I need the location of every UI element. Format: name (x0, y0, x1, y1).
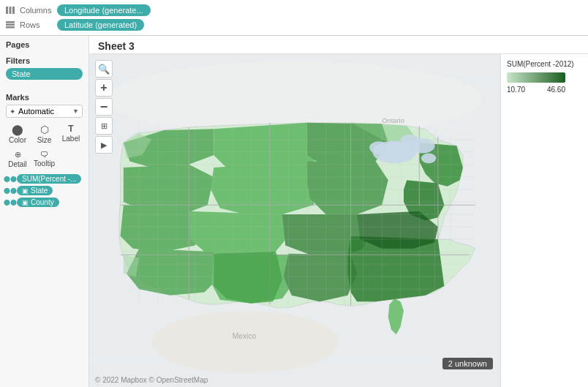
svg-rect-0 (6, 7, 8, 14)
legend-gradient (507, 72, 565, 83)
marks-controls-grid: ⬤ Color ⬡ Size T Label ⊕ Detail 🗨 Too (6, 122, 83, 170)
svg-text:Ontario: Ontario (382, 117, 404, 124)
tooltip-btn[interactable]: 🗨 Tooltip (32, 149, 56, 170)
us-map-svg: Ontario Mexico (89, 54, 500, 387)
color-icon: ⬤ (12, 124, 23, 135)
svg-point-47 (421, 154, 436, 164)
map-footer: © 2022 Mapbox © OpenStreetMap (95, 376, 208, 384)
legend-values: 10.70 46.60 (507, 86, 565, 94)
color-btn[interactable]: ⬤ Color (6, 122, 29, 146)
label-icon: T (68, 124, 73, 134)
svg-rect-2 (12, 7, 15, 14)
rows-row: Rows Latitude (generated) (6, 18, 582, 32)
marks-section: Marks ✦ Automatic ▼ ⬤ Color ⬡ Size T Lab… (6, 89, 83, 209)
county-label: County (31, 198, 54, 206)
legend-max-value: 46.60 (547, 86, 565, 94)
state-detail-icon: ⬤⬤ (6, 187, 15, 195)
map-and-legend: 🔍 + − ⊞ ▶ Ontario (89, 54, 588, 387)
zoom-out-btn[interactable]: − (95, 98, 113, 116)
sum-percent-label: SUM(Percent -... (22, 175, 76, 183)
svg-rect-4 (6, 24, 15, 26)
main-area: Pages Filters State Marks ✦ Automatic ▼ … (0, 36, 588, 387)
zoom-in-btn[interactable]: + (95, 79, 113, 97)
unknown-badge: 2 unknown (442, 358, 493, 369)
map-container[interactable]: 🔍 + − ⊞ ▶ Ontario (89, 54, 500, 387)
search-tool-btn[interactable]: 🔍 (95, 60, 113, 78)
size-label: Size (37, 136, 51, 144)
state-label: State (31, 187, 48, 195)
marks-detail-sum: ⬤⬤ SUM(Percent -... (6, 174, 83, 184)
marks-type-dropdown[interactable]: ✦ Automatic ▼ (6, 105, 83, 118)
tooltip-icon: 🗨 (40, 150, 48, 159)
size-btn[interactable]: ⬡ Size (32, 122, 56, 146)
detail-btn[interactable]: ⊕ Detail (6, 149, 29, 170)
sheet-header: Sheet 3 (89, 36, 588, 54)
filter-state-pill[interactable]: State (6, 68, 83, 80)
label-btn[interactable]: T Label (59, 122, 83, 146)
marks-type-icon: ✦ (10, 108, 15, 116)
color-label: Color (9, 136, 26, 144)
marks-type-label: Automatic (18, 107, 54, 116)
county-pill[interactable]: ▣ County (17, 198, 59, 207)
svg-point-46 (369, 141, 388, 154)
select-tool-btn[interactable]: ⊞ (95, 117, 113, 135)
detail-label: Detail (8, 160, 27, 168)
marks-section-title: Marks (6, 93, 83, 102)
dropdown-chevron-icon: ▼ (72, 108, 79, 115)
sum-percent-pill[interactable]: SUM(Percent -... (17, 174, 81, 184)
pages-label: Pages (6, 40, 83, 49)
columns-row: Columns Longitude (generate... (6, 3, 582, 18)
columns-label: Columns (6, 6, 57, 15)
county-detail-icon: ⬤⬤ (6, 198, 15, 207)
size-icon: ⬡ (40, 124, 49, 135)
map-tools: 🔍 + − ⊞ ▶ (95, 60, 113, 154)
county-box-icon: ▣ (22, 199, 29, 206)
marks-detail-state: ⬤⬤ ▣ State (6, 186, 83, 195)
filters-section-title: Filters (6, 56, 83, 65)
label-label: Label (62, 135, 80, 143)
svg-point-45 (401, 135, 420, 145)
legend-title: SUM(Percent -2012) (507, 60, 582, 68)
tooltip-label: Tooltip (34, 159, 55, 168)
sheet-title: Sheet 3 (98, 40, 135, 52)
svg-point-9 (151, 311, 338, 373)
left-panel: Pages Filters State Marks ✦ Automatic ▼ … (0, 36, 89, 387)
pan-tool-btn[interactable]: ▶ (95, 136, 113, 154)
detail-icon: ⊕ (15, 150, 21, 159)
svg-rect-3 (6, 21, 15, 23)
svg-rect-1 (10, 7, 12, 14)
state-box-icon: ▣ (22, 187, 29, 195)
columns-pill[interactable]: Longitude (generate... (57, 4, 151, 16)
toolbar: Columns Longitude (generate... Rows Lati… (0, 0, 588, 36)
svg-rect-5 (6, 26, 15, 29)
state-pill[interactable]: ▣ State (17, 186, 53, 195)
svg-text:Mexico: Mexico (233, 332, 257, 340)
legend-min-value: 10.70 (507, 86, 525, 94)
sum-detail-icon: ⬤⬤ (6, 175, 15, 184)
content-area: Sheet 3 🔍 + − ⊞ ▶ (89, 36, 588, 387)
rows-label: Rows (6, 20, 57, 29)
legend-panel: SUM(Percent -2012) 10.70 46.60 (500, 54, 588, 387)
marks-detail-county: ⬤⬤ ▣ County (6, 198, 83, 207)
rows-pill[interactable]: Latitude (generated) (57, 19, 144, 31)
